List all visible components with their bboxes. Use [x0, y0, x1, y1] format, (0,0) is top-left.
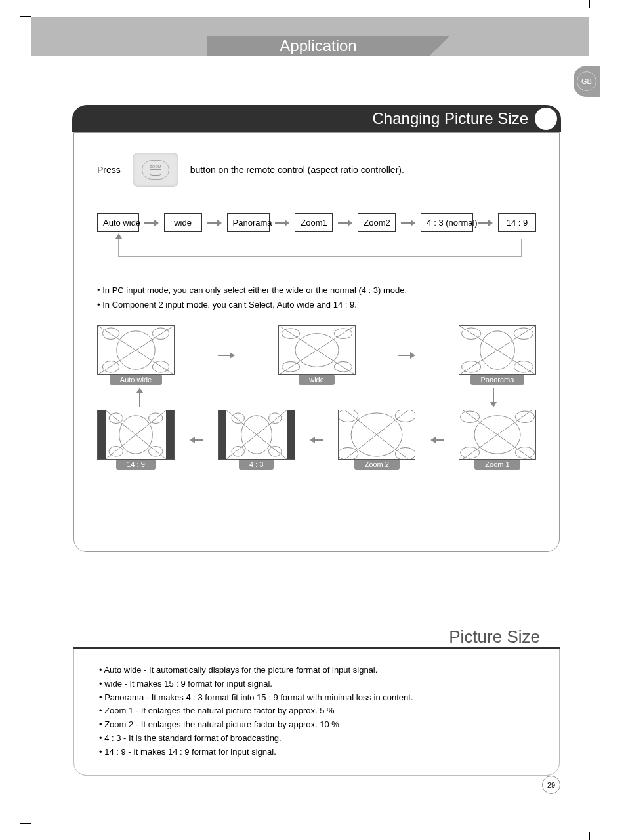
- flow-box: Zoom1: [295, 213, 333, 232]
- language-label: GB: [577, 71, 596, 91]
- svg-point-32: [268, 413, 281, 424]
- tile-wide: wide: [278, 325, 356, 385]
- aspect-pattern-icon: [459, 410, 535, 459]
- svg-point-45: [460, 411, 479, 423]
- arrow-down-icon: [490, 388, 497, 407]
- aspect-pattern-icon: [98, 410, 174, 459]
- tv-icon: [278, 325, 356, 375]
- arrow-container: [430, 414, 444, 466]
- picture-size-heading-bar: Picture Size: [73, 622, 560, 649]
- arrow-right-icon: [398, 352, 415, 359]
- bullet-line: • Zoom 1 - It enlarges the natural pictu…: [99, 704, 534, 718]
- note-line: • In Component 2 input mode, you can't S…: [97, 298, 536, 312]
- svg-point-46: [515, 411, 534, 423]
- tv-icon: [338, 410, 415, 460]
- tile-label: 4 : 3: [239, 459, 274, 470]
- arrow-right-icon: [275, 220, 289, 226]
- svg-point-31: [232, 413, 244, 424]
- arrow-container: [310, 414, 323, 466]
- arrow-container: [190, 414, 203, 466]
- zoom-button-illustration: ZOOM: [133, 153, 178, 187]
- grid-row-bottom: 14 : 9 4 : 3: [97, 410, 536, 470]
- arrow-right-icon: [144, 220, 159, 226]
- zoom-button-inner: ZOOM: [142, 160, 169, 180]
- crop-mark: [20, 5, 31, 17]
- svg-point-26: [109, 447, 123, 457]
- aspect-pattern-icon: [279, 326, 355, 374]
- flow-box: 4 : 3 (normal): [421, 213, 473, 232]
- svg-point-41: [396, 448, 415, 460]
- tile-auto-wide: Auto wide: [97, 325, 175, 385]
- arrow-up-icon: [115, 233, 122, 239]
- tv-icon: [97, 325, 175, 375]
- flow-box: Panorama: [227, 213, 270, 232]
- flow-loop-line: [118, 239, 522, 257]
- instruction-pre: Press: [97, 165, 121, 175]
- svg-point-25: [148, 413, 162, 424]
- grid-row-top: Auto wide wide: [97, 325, 536, 385]
- svg-point-48: [515, 447, 534, 459]
- tile-label: Panorama: [470, 374, 525, 385]
- section-heading: Changing Picture Size: [373, 110, 528, 128]
- page-number: 29: [542, 776, 560, 794]
- flow-diagram-row: Auto wide wide Panorama Zoom1 Zoom2 4 : …: [97, 213, 536, 232]
- tile-4-3: 4 : 3: [218, 410, 295, 470]
- tv-icon: [459, 325, 536, 375]
- tile-zoom-1: Zoom 1: [459, 410, 536, 470]
- aspect-ratio-grid: Auto wide wide: [97, 325, 536, 470]
- arrow-left-icon: [310, 437, 323, 443]
- flow-box: wide: [164, 213, 202, 232]
- tile-label: Zoom 2: [354, 459, 400, 470]
- arrow-left-icon: [190, 437, 203, 443]
- bullet-line: • Auto wide - It automatically displays …: [99, 664, 534, 677]
- flow-box: Auto wide: [97, 213, 139, 232]
- bullet-line: • 14 : 9 - It makes 14 : 9 format for in…: [99, 746, 534, 759]
- page-title: Application: [207, 36, 430, 56]
- flow-box: 14 : 9: [498, 213, 536, 232]
- bullet-line: • 4 : 3 - It is the standard format of b…: [99, 732, 534, 746]
- aspect-pattern-icon: [98, 326, 174, 374]
- svg-point-33: [232, 447, 244, 457]
- arrow-right-icon: [401, 220, 415, 226]
- vertical-connector-row: [97, 385, 536, 410]
- arrow-up-icon: [136, 388, 143, 407]
- tile-zoom-2: Zoom 2: [338, 410, 415, 470]
- loop-right-drop: [521, 239, 522, 257]
- svg-point-27: [148, 447, 162, 457]
- aspect-pattern-icon: [459, 326, 535, 374]
- crop-mark: [589, 832, 590, 840]
- tile-label: 14 : 9: [116, 459, 156, 470]
- arrow-left-icon: [430, 437, 444, 443]
- language-tab: GB: [574, 66, 600, 97]
- section-heading-bar: Changing Picture Size: [72, 105, 561, 132]
- picture-size-heading: Picture Size: [449, 627, 540, 647]
- svg-point-39: [396, 410, 415, 422]
- flow-box: Zoom2: [358, 213, 396, 232]
- tile-label: wide: [299, 374, 335, 385]
- svg-point-40: [339, 448, 358, 460]
- svg-point-6: [152, 361, 169, 373]
- notes-block: • In PC input mode, you can only select …: [97, 283, 536, 312]
- tv-icon: [459, 410, 536, 460]
- crop-mark: [20, 823, 31, 835]
- tv-icon: [218, 410, 295, 460]
- svg-point-24: [109, 413, 123, 424]
- bullet-line: • Zoom 2 - It enlarges the natural pictu…: [99, 718, 534, 732]
- arrow-right-icon: [218, 352, 235, 359]
- tv-icon: [97, 410, 175, 460]
- crop-mark: [589, 0, 590, 8]
- arrow-container: [213, 329, 240, 382]
- bullet-line: • Panorama - It makes 4 : 3 format fit i…: [99, 691, 534, 705]
- instruction-post: button on the remote control (aspect rat…: [190, 165, 404, 175]
- bullet-line: • wide - It makes 15 : 9 format for inpu…: [99, 677, 534, 691]
- tile-label: Auto wide: [110, 374, 162, 385]
- svg-point-5: [102, 361, 119, 373]
- svg-point-3: [102, 328, 119, 340]
- tile-14-9: 14 : 9: [97, 410, 175, 470]
- instruction-row: Press ZOOM button on the remote control …: [97, 153, 536, 187]
- svg-point-34: [268, 447, 281, 457]
- tile-label: Zoom 1: [474, 459, 520, 470]
- arrow-container: [394, 329, 420, 382]
- note-line: • In PC input mode, you can only select …: [97, 283, 536, 298]
- aspect-pattern-icon: [339, 410, 415, 459]
